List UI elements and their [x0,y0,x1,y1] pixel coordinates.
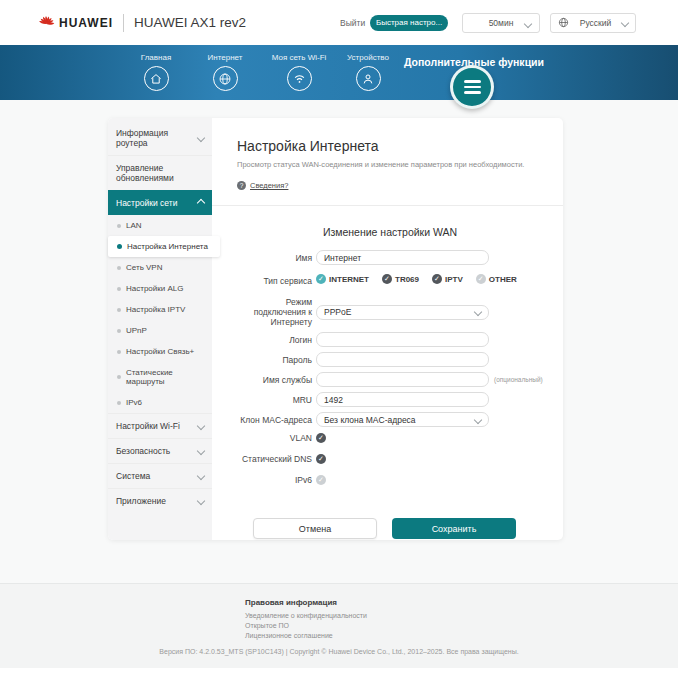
checkbox-icon[interactable]: ✓ [476,274,486,284]
bullet-icon [117,287,121,291]
main-nav: ГлавнаяИнтернетМоя сеть Wi-FiУстройство … [0,45,678,100]
chevron-down-icon [474,308,482,316]
password-row: Пароль [237,352,543,367]
logout-link[interactable]: Выйти [340,18,364,28]
wan-form: Изменение настройки WAN Имя Тип сервиса … [237,226,543,539]
bullet-icon [117,329,121,333]
mru-input[interactable] [316,392,489,407]
sidebar-item-2[interactable]: Настройки сети [108,190,212,215]
connection-mode-label: Режим подключения к Интернету [237,297,312,327]
header-controls: Выйти Быстрая настро... 50мин Русский [340,0,636,45]
bullet-icon [117,350,121,354]
more-functions-menu-button[interactable] [450,65,494,109]
mac-clone-row: Клон MAC-адреса Без клона MAC-адреса [237,412,543,427]
chevron-down-icon [197,422,205,430]
details-help-link[interactable]: ? Сведения? [237,181,543,190]
sidebar-item-label: Настройки Связь+ [126,347,194,356]
sidebar-item-4[interactable]: Настройка Интернета [108,236,220,257]
sidebar-item-3[interactable]: LAN [108,215,212,236]
sidebar-item-label: Настройка IPTV [126,305,185,314]
checkbox-icon[interactable]: ✓ [316,475,326,485]
checkbox-icon[interactable]: ✓ [432,274,442,284]
bullet-icon [117,244,122,249]
sidebar-item-0[interactable]: Информация роутера [108,121,212,155]
password-input[interactable] [316,352,489,367]
save-button[interactable]: Сохранить [392,518,516,539]
service-type-label: Тип сервиса [237,276,312,286]
legal-link-1[interactable]: Открытое ПО [245,622,367,629]
toggle-row-ipv6: IPv6✓ [237,474,543,486]
nav-item-2[interactable]: Интернет [190,53,260,91]
sidebar-item-6[interactable]: Настройки ALG [108,278,212,299]
form-actions: Отмена Сохранить [253,518,543,539]
question-icon: ? [237,181,246,190]
cancel-button[interactable]: Отмена [253,518,377,539]
sidebar-item-8[interactable]: UPnP [108,320,212,341]
checkbox-icon[interactable]: ✓ [316,274,326,284]
mru-label: MRU [237,395,312,405]
bullet-icon [117,224,121,228]
chevron-down-icon [621,18,629,26]
sidebar-item-9[interactable]: Настройки Связь+ [108,341,212,362]
service-name-row: Имя службы (опциональный) [237,372,543,387]
name-input[interactable] [316,250,489,265]
connection-mode-select[interactable]: PPPoE [316,305,489,320]
toggle-row--dns: Статический DNS✓ [237,453,543,465]
nav-item-3[interactable]: Моя сеть Wi-Fi [264,53,334,91]
service-type-row: Тип сервиса ✓INTERNET✓TR069✓IPTV✓OTHER [237,270,543,292]
sidebar-item-5[interactable]: Сеть VPN [108,257,212,278]
service-type-internet[interactable]: ✓INTERNET [316,274,369,284]
nav-item-1[interactable]: Главная [121,53,191,91]
sidebar-item-11[interactable]: IPv6 [108,392,212,413]
name-row: Имя [237,250,543,265]
optional-note: (опциональный) [494,376,543,383]
service-name-input[interactable] [316,372,489,387]
checkbox-icon[interactable]: ✓ [316,454,326,464]
sidebar-item-12[interactable]: Настройки Wi-Fi [108,413,212,438]
chevron-down-icon [197,497,205,505]
sidebar-item-14[interactable]: Система [108,463,212,488]
legal-link-2[interactable]: Лицензионное соглашение [245,632,367,639]
device-icon [356,66,381,91]
sidebar-item-label: Настройки сети [116,198,177,208]
sidebar-item-15[interactable]: Приложение [108,488,212,513]
sidebar-item-label: Настройки Wi-Fi [116,421,180,431]
nav-item-label: Главная [121,53,191,62]
checkbox-icon[interactable]: ✓ [316,433,326,443]
quick-setup-button[interactable]: Быстрая настро... [370,15,448,31]
service-name-label: Имя службы [237,375,312,385]
sidebar-item-1[interactable]: Управление обновлениями [108,155,212,190]
sidebar-item-label: Информация роутера [116,128,198,148]
sidebar-item-7[interactable]: Настройка IPTV [108,299,212,320]
sidebar-item-label: Управление обновлениями [116,163,204,183]
language-select[interactable]: Русский [550,13,636,33]
service-type-label: IPTV [445,275,463,284]
home-icon [144,66,169,91]
details-link-label[interactable]: Сведения? [250,181,288,190]
legal-link-0[interactable]: Уведомление о конфиденциальности [245,612,367,619]
mru-row: MRU [237,392,543,407]
wifi-icon [287,66,312,91]
router-model-title: HUAWEI AX1 rev2 [134,15,246,30]
checkbox-icon[interactable]: ✓ [382,274,392,284]
service-type-tr069[interactable]: ✓TR069 [382,274,419,284]
session-timer-select[interactable]: 50мин [462,13,540,33]
service-type-iptv[interactable]: ✓IPTV [432,274,463,284]
sidebar-item-10[interactable]: Статические маршруты [108,362,212,392]
sidebar-item-label: Безопасность [116,446,170,456]
nav-item-label: Моя сеть Wi-Fi [264,53,334,62]
toggle-rows: VLAN✓Статический DNS✓IPv6✓ [237,432,543,486]
sidebar-item-13[interactable]: Безопасность [108,438,212,463]
sidebar-item-label: Настройка Интернета [127,242,208,251]
page-subtitle: Просмотр статуса WAN-соединения и измене… [237,160,543,169]
session-timer-value: 50мин [489,18,514,28]
brand-block: HUAWEI HUAWEI AX1 rev2 [38,0,246,45]
legal-block: Правовая информация Уведомление о конфид… [245,598,367,642]
login-input[interactable] [316,332,489,347]
toggle-label: IPv6 [237,475,312,485]
service-type-other[interactable]: ✓OTHER [476,274,517,284]
mac-clone-select[interactable]: Без клона MAC-адреса [316,412,489,427]
bullet-icon [117,375,121,379]
toggle-label: VLAN [237,433,312,443]
globe-icon [558,17,569,28]
